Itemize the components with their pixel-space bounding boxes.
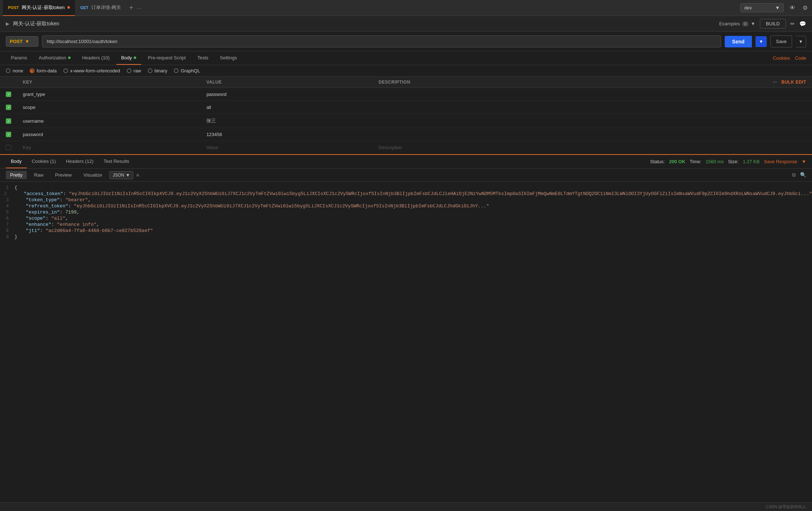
row-key-3[interactable]: password <box>17 128 201 141</box>
tab-params[interactable]: Params <box>6 51 32 65</box>
row-value-1[interactable]: all <box>201 101 373 114</box>
edit-icon[interactable]: ✏ <box>790 21 795 27</box>
resp-tab-headers[interactable]: Headers (12) <box>61 155 99 168</box>
build-button[interactable]: BUILD <box>760 19 786 29</box>
tab-get-order[interactable]: GET 订单详情-网关 <box>75 0 126 16</box>
row-desc-1[interactable] <box>373 101 812 114</box>
more-tabs-button[interactable]: ··· <box>137 5 141 11</box>
method-badge-post: POST <box>8 5 19 10</box>
row-desc-0[interactable] <box>373 88 812 101</box>
row-value-0[interactable]: password <box>201 88 373 101</box>
format-selector[interactable]: JSON ▼ <box>109 171 133 179</box>
view-toggle-icon[interactable]: 👁 <box>788 3 797 13</box>
footer: CSDN @早起的年轻人 <box>0 502 812 511</box>
radio-graphql <box>174 68 179 73</box>
request-tabs: Params Authorization Headers (10) Body P… <box>0 51 812 65</box>
method-label: POST <box>10 39 22 44</box>
tab-post-token[interactable]: POST 网关-认证-获取token <box>3 0 75 16</box>
app: POST 网关-认证-获取token GET 订单详情-网关 + ··· dev… <box>0 0 812 511</box>
json-line-7: 7 "enhance" : "enhance info" , <box>0 221 812 228</box>
json-line-5: 5 "expires_in" : 7199 , <box>0 209 812 215</box>
env-selector[interactable]: dev ▼ <box>740 3 784 12</box>
examples-label: Examples <box>719 21 740 26</box>
resp-tab-testresults[interactable]: Test Results <box>99 155 134 168</box>
resp-tab-cookies[interactable]: Cookies (1) <box>27 155 61 168</box>
tab-name-post-token: 网关-认证-获取token <box>22 4 64 11</box>
examples-button[interactable]: Examples 0 ▼ <box>719 21 756 26</box>
row-checkbox-3[interactable] <box>6 132 11 137</box>
add-tab-button[interactable]: + <box>129 4 133 12</box>
tab-prerequest-label: Pre-request Script <box>148 55 186 60</box>
row-checkbox-1[interactable] <box>6 105 11 110</box>
tab-body[interactable]: Body <box>116 51 142 65</box>
search-icon[interactable]: 🔍 <box>800 172 806 178</box>
col-header-key: KEY <box>17 77 201 88</box>
row-key-empty[interactable]: Key <box>17 141 201 154</box>
status-label: Status: <box>650 159 665 164</box>
url-input[interactable] <box>42 35 721 47</box>
body-option-raw[interactable]: raw <box>127 68 141 73</box>
send-dropdown-button[interactable]: ▼ <box>756 36 767 47</box>
row-value-3[interactable]: 123456 <box>201 128 373 141</box>
save-response-chevron-icon[interactable]: ▼ <box>801 159 806 164</box>
json-line-9: 9 } <box>0 234 812 240</box>
row-key-2[interactable]: username <box>17 114 201 128</box>
format-bar: Pretty Raw Preview Visualize JSON ▼ ≡ ⧉ … <box>0 169 812 182</box>
row-value-empty[interactable]: Value <box>201 141 373 154</box>
json-line-2: 2 "access_token" : "eyJhbGci0iJIUzI1NiIs… <box>0 191 812 197</box>
radio-urlencoded <box>63 68 68 73</box>
table-row-empty: Key Value Description <box>0 141 812 154</box>
save-dropdown-button[interactable]: ▼ <box>796 36 806 47</box>
url-bar: POST ▼ Send ▼ Save ▼ <box>0 32 812 51</box>
body-option-urlencoded[interactable]: x-www-form-urlencoded <box>63 68 120 73</box>
format-icon[interactable]: ≡ <box>136 172 139 178</box>
row-desc-3[interactable] <box>373 128 812 141</box>
response-section: Body Cookies (1) Headers (12) Test Resul… <box>0 154 812 502</box>
footer-text: CSDN @早起的年轻人 <box>766 504 806 509</box>
fmt-tab-preview[interactable]: Preview <box>51 171 76 179</box>
save-response-button[interactable]: Save Response <box>764 159 797 164</box>
tab-tests[interactable]: Tests <box>192 51 213 65</box>
tab-body-label: Body <box>121 55 132 60</box>
row-value-2[interactable]: 张三 <box>201 114 373 128</box>
cookies-link[interactable]: Cookies <box>773 55 790 61</box>
expand-arrow-icon[interactable]: ▶ <box>6 21 9 26</box>
response-tabs-bar: Body Cookies (1) Headers (12) Test Resul… <box>0 155 812 169</box>
row-checkbox-2[interactable] <box>6 118 11 124</box>
settings-icon[interactable]: ⚙ <box>801 3 809 13</box>
radio-raw <box>127 68 131 73</box>
tab-headers[interactable]: Headers (10) <box>77 51 115 65</box>
body-option-none[interactable]: none <box>6 68 23 73</box>
row-desc-2[interactable] <box>373 114 812 128</box>
fmt-tab-pretty[interactable]: Pretty <box>6 171 27 179</box>
resp-tab-body[interactable]: Body <box>6 155 27 168</box>
comment-icon[interactable]: 💬 <box>799 21 806 27</box>
body-option-binary[interactable]: binary <box>148 68 167 73</box>
row-desc-empty[interactable]: Description <box>373 141 812 154</box>
row-checkbox-0[interactable] <box>6 92 11 97</box>
table-more-button[interactable]: ··· <box>773 80 777 85</box>
response-status-bar: Status: 200 OK Time: 1560 ms Size: 1.27 … <box>650 159 806 164</box>
body-option-formdata[interactable]: form-data <box>30 68 57 73</box>
row-key-1[interactable]: scope <box>17 101 201 114</box>
request-section: POST ▼ Send ▼ Save ▼ Params Authorizatio… <box>0 32 812 154</box>
col-header-value: VALUE <box>201 77 373 88</box>
format-chevron-icon: ▼ <box>126 173 130 178</box>
method-selector[interactable]: POST ▼ <box>6 36 38 47</box>
copy-icon[interactable]: ⧉ <box>792 172 796 178</box>
send-button[interactable]: Send <box>725 36 752 47</box>
body-option-graphql[interactable]: GraphQL <box>174 68 200 73</box>
fmt-tab-visualize[interactable]: Visualize <box>79 171 106 179</box>
tab-prerequest[interactable]: Pre-request Script <box>143 51 191 65</box>
row-key-0[interactable]: grant_type <box>17 88 201 101</box>
bulk-edit-button[interactable]: Bulk Edit <box>782 80 807 85</box>
save-button[interactable]: Save <box>770 35 792 47</box>
fmt-tab-raw[interactable]: Raw <box>30 171 48 179</box>
tab-settings[interactable]: Settings <box>215 51 242 65</box>
tab-authorization[interactable]: Authorization <box>34 51 76 65</box>
radio-formdata-label: form-data <box>37 68 57 73</box>
json-line-1: 1 { <box>0 185 812 191</box>
code-link[interactable]: Code <box>795 55 806 61</box>
col-header-description: DESCRIPTION ··· Bulk Edit <box>373 77 812 88</box>
row-checkbox-empty[interactable] <box>6 145 11 150</box>
